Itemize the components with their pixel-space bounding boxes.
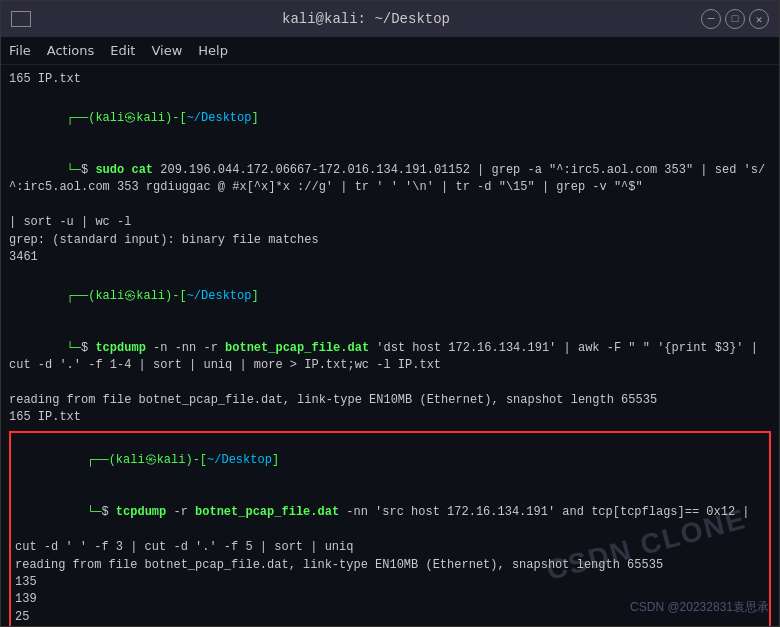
- cmd-3: └─$ tcpdump -r botnet_pcap_file.dat -nn …: [15, 487, 765, 539]
- output-3-2: 135: [15, 574, 765, 591]
- terminal-output[interactable]: 165 IP.txt ┌──(kali㉿kali)-[~/Desktop] └─…: [1, 65, 779, 626]
- command-block-3: ┌──(kali㉿kali)-[~/Desktop] └─$ tcpdump -…: [15, 435, 765, 626]
- maximize-button[interactable]: □: [725, 9, 745, 29]
- prompt-2: ┌──(kali㉿kali)-[~/Desktop]: [9, 270, 771, 322]
- window-icon: [11, 11, 31, 27]
- output-2-1: reading from file botnet_pcap_file.dat, …: [9, 392, 771, 409]
- output-3-1: reading from file botnet_pcap_file.dat, …: [15, 557, 765, 574]
- terminal-window: kali@kali: ~/Desktop ─ □ ✕ File Actions …: [0, 0, 780, 627]
- output-1-2: 3461: [9, 249, 771, 266]
- menu-view[interactable]: View: [151, 43, 182, 58]
- close-button[interactable]: ✕: [749, 9, 769, 29]
- window-controls: ─ □ ✕: [701, 9, 769, 29]
- output-1-1: grep: (standard input): binary file matc…: [9, 232, 771, 249]
- command-block-3-container: ┌──(kali㉿kali)-[~/Desktop] └─$ tcpdump -…: [9, 431, 771, 626]
- command-block-2: ┌──(kali㉿kali)-[~/Desktop] └─$ tcpdump -…: [9, 270, 771, 427]
- menu-help[interactable]: Help: [198, 43, 228, 58]
- output-3-3: 139: [15, 591, 765, 608]
- cmd-1: └─$ sudo cat 209.196.044.172.06667-172.0…: [9, 145, 771, 215]
- cmd-3-cont: cut -d ' ' -f 3 | cut -d '.' -f 5 | sort…: [15, 539, 765, 556]
- menu-edit[interactable]: Edit: [110, 43, 135, 58]
- menubar: File Actions Edit View Help: [1, 37, 779, 65]
- menu-actions[interactable]: Actions: [47, 43, 95, 58]
- menu-file[interactable]: File: [9, 43, 31, 58]
- output-2-2: 165 IP.txt: [9, 409, 771, 426]
- cmd-1-cont: | sort -u | wc -l: [9, 214, 771, 231]
- cmd-2: └─$ tcpdump -n -nn -r botnet_pcap_file.d…: [9, 322, 771, 392]
- output-line-1: 165 IP.txt: [9, 71, 771, 88]
- titlebar: kali@kali: ~/Desktop ─ □ ✕: [1, 1, 779, 37]
- prompt-3: ┌──(kali㉿kali)-[~/Desktop]: [15, 435, 765, 487]
- output-3-4: 25: [15, 609, 765, 626]
- window-title: kali@kali: ~/Desktop: [282, 11, 450, 27]
- minimize-button[interactable]: ─: [701, 9, 721, 29]
- command-block-1: ┌──(kali㉿kali)-[~/Desktop] └─$ sudo cat …: [9, 92, 771, 266]
- prompt-1: ┌──(kali㉿kali)-[~/Desktop]: [9, 92, 771, 144]
